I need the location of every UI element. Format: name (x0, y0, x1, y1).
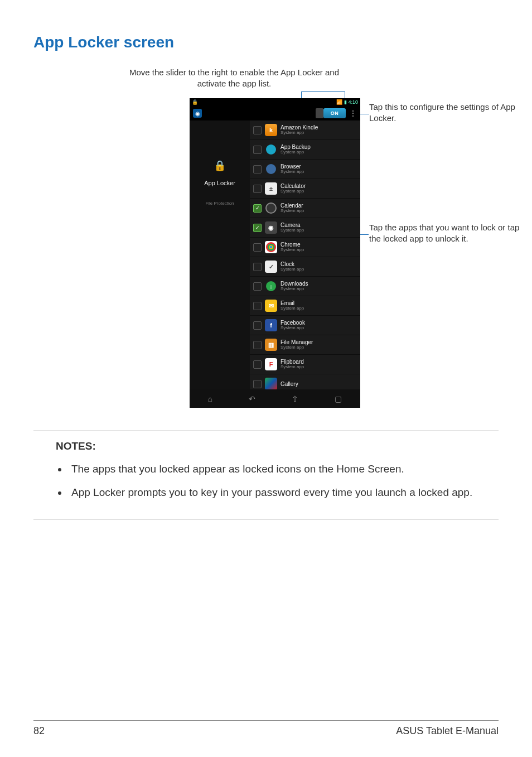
app-subtitle: System app (280, 287, 308, 292)
sidebar: 🔒 App Locker File Protection (190, 120, 250, 389)
checkbox[interactable] (253, 126, 262, 134)
list-item[interactable]: BrowserSystem app (250, 160, 360, 179)
app-icon (265, 378, 277, 389)
lock-icon: 🔒 (214, 160, 226, 172)
page-title: App Locker screen (33, 33, 499, 51)
app-icon: k (265, 124, 277, 136)
checkbox[interactable] (253, 263, 262, 271)
notes-section: NOTES: The apps that you locked appear a… (33, 431, 499, 519)
list-item[interactable]: App BackupSystem app (250, 140, 360, 160)
checkbox[interactable] (253, 380, 262, 388)
app-icon: ↓ (265, 280, 277, 292)
list-item[interactable]: ↓ DownloadsSystem app (250, 277, 360, 296)
sidebar-tab-applocker[interactable]: App Locker (204, 180, 235, 186)
app-icon: ± (265, 182, 277, 195)
lock-icon: 🔒 (192, 99, 198, 105)
status-bar: 🔒 📶 ▮ 4:10 (190, 98, 360, 106)
battery-icon: ▮ (344, 99, 347, 105)
app-icon: ✉ (265, 300, 277, 312)
app-name: Gallery (280, 381, 298, 387)
checkbox[interactable] (253, 185, 262, 193)
nav-back-icon[interactable]: ↶ (249, 394, 255, 403)
phone-screenshot: 🔒 📶 ▮ 4:10 ◉ ON ⋮ 🔒 App Locker File Prot… (190, 98, 360, 408)
clock-icon: ✓ (265, 261, 277, 273)
svg-point-3 (270, 246, 272, 248)
app-subtitle: System app (280, 228, 304, 233)
nav-home-icon[interactable]: ⇧ (292, 394, 298, 403)
list-item[interactable]: ✓ ◉ CameraSystem app (250, 218, 360, 238)
app-list[interactable]: k Amazon KindleSystem app App BackupSyst… (250, 120, 360, 389)
callout-settings: Tap this to configure the settings of Ap… (369, 102, 525, 124)
app-subtitle: System app (280, 170, 304, 175)
page-footer: 82 ASUS Tablet E-Manual (33, 720, 499, 737)
checkbox[interactable]: ✓ (253, 204, 262, 213)
status-time: 4:10 (348, 99, 358, 105)
app-subtitle: System app (280, 131, 318, 136)
app-subtitle: System app (280, 326, 305, 331)
app-subtitle: System app (280, 345, 313, 350)
app-icon (265, 241, 277, 253)
overflow-menu-icon[interactable]: ⋮ (349, 109, 357, 117)
figure: Move the slider to the right to enable t… (33, 68, 499, 414)
list-item[interactable]: k Amazon KindleSystem app (250, 120, 360, 140)
checkbox[interactable] (253, 302, 262, 310)
list-item[interactable]: ✓ ClockSystem app (250, 257, 360, 277)
app-icon (265, 143, 277, 156)
checkbox[interactable] (253, 243, 262, 252)
note-item: App Locker prompts you to key in your pa… (68, 485, 499, 500)
list-item[interactable]: Gallery (250, 374, 360, 389)
wifi-icon: 📶 (336, 99, 342, 105)
list-item[interactable]: F FlipboardSystem app (250, 355, 360, 374)
nav-apps-icon[interactable]: ⌂ (208, 394, 212, 403)
app-header: ◉ ON ⋮ (190, 106, 360, 120)
enable-toggle[interactable]: ON (323, 108, 346, 118)
app-subtitle: System app (280, 209, 304, 214)
list-item[interactable]: f FacebookSystem app (250, 316, 360, 335)
app-subtitle: System app (280, 365, 304, 370)
checkbox[interactable] (253, 165, 262, 173)
app-subtitle: System app (280, 189, 306, 194)
list-item[interactable]: ✉ EmailSystem app (250, 296, 360, 316)
list-item[interactable]: ✓ CalendarSystem app (250, 199, 360, 218)
checkbox[interactable]: ✓ (253, 224, 262, 232)
nav-recent-icon[interactable]: ▢ (335, 394, 342, 403)
list-item[interactable]: ChromeSystem app (250, 238, 360, 257)
app-icon: f (265, 319, 277, 331)
app-icon (265, 163, 277, 175)
app-subtitle: System app (280, 306, 304, 311)
shield-icon: ◉ (193, 109, 202, 118)
manual-title: ASUS Tablet E-Manual (396, 725, 499, 737)
app-icon: ▥ (265, 339, 277, 351)
app-subtitle: System app (280, 267, 304, 272)
page-number: 82 (33, 725, 45, 737)
checkbox[interactable] (253, 282, 262, 291)
nav-bar: ⌂ ↶ ⇧ ▢ (190, 389, 360, 408)
app-icon (265, 202, 277, 214)
checkbox[interactable] (253, 321, 262, 330)
app-subtitle: System app (280, 150, 311, 155)
callout-apps: Tap the apps that you want to lock or ta… (369, 222, 531, 245)
caption-slider: Move the slider to the right to enable t… (128, 67, 340, 90)
checkbox[interactable] (253, 146, 262, 154)
leader-line (301, 91, 345, 92)
list-item[interactable]: ± CalculatorSystem app (250, 179, 360, 199)
app-icon: ◉ (265, 221, 277, 234)
checkbox[interactable] (253, 360, 262, 369)
sidebar-tab-fileprotection[interactable]: File Protection (205, 201, 234, 206)
list-item[interactable]: ▥ File ManagerSystem app (250, 335, 360, 355)
app-icon: F (265, 358, 277, 370)
checkbox[interactable] (253, 341, 262, 349)
note-item: The apps that you locked appear as locke… (68, 461, 499, 477)
notes-heading: NOTES: (56, 440, 499, 452)
app-subtitle: System app (280, 248, 304, 253)
